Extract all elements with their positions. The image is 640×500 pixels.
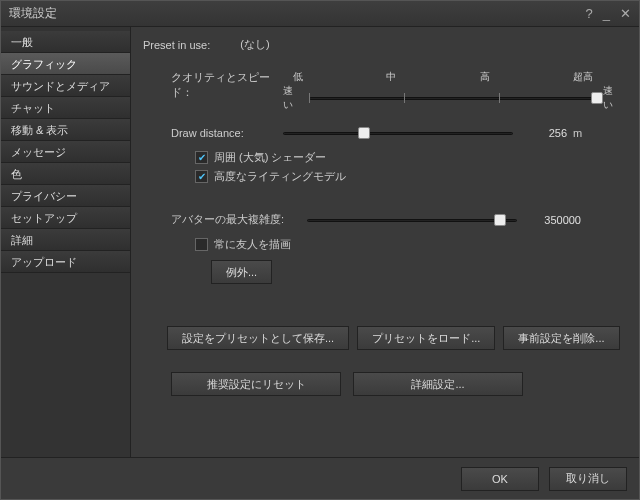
avatar-complexity-thumb[interactable]	[494, 214, 506, 226]
sidebar-item-privacy[interactable]: プライバシー	[1, 185, 130, 207]
help-icon[interactable]: ?	[586, 6, 593, 21]
sidebar-item-sound[interactable]: サウンドとメディア	[1, 75, 130, 97]
draw-distance-label: Draw distance:	[171, 127, 283, 139]
quality-slider-thumb[interactable]	[591, 92, 603, 104]
sidebar-item-upload[interactable]: アップロード	[1, 251, 130, 273]
reset-recommended-button[interactable]: 推奨設定にリセット	[171, 372, 341, 396]
quality-label: クオリティとスピード：	[171, 70, 283, 100]
preset-value: (なし)	[240, 37, 269, 52]
ok-button[interactable]: OK	[461, 467, 539, 491]
sidebar-item-move-view[interactable]: 移動 & 表示	[1, 119, 130, 141]
preset-label: Preset in use:	[143, 39, 210, 51]
advanced-settings-button[interactable]: 詳細設定...	[353, 372, 523, 396]
preferences-window: 環境設定 ? _ ✕ 一般 グラフィック サウンドとメディア チャット 移動 &…	[0, 0, 640, 500]
window-title: 環境設定	[9, 5, 57, 22]
avatar-complexity-value: 350000	[517, 214, 581, 226]
draw-distance-slider[interactable]	[283, 126, 513, 140]
atmospheric-shaders-checkbox[interactable]: ✔ 周囲 (大気) シェーダー	[195, 150, 623, 165]
sidebar-item-advanced[interactable]: 詳細	[1, 229, 130, 251]
minimize-icon[interactable]: _	[603, 6, 610, 21]
close-icon[interactable]: ✕	[620, 6, 631, 21]
titlebar: 環境設定 ? _ ✕	[1, 1, 639, 27]
load-preset-button[interactable]: プリセットをロード...	[357, 326, 495, 350]
draw-distance-thumb[interactable]	[358, 127, 370, 139]
draw-distance-unit: m	[573, 127, 582, 139]
sidebar-item-general[interactable]: 一般	[1, 31, 130, 53]
avatar-complexity-slider[interactable]	[307, 213, 517, 227]
sidebar: 一般 グラフィック サウンドとメディア チャット 移動 & 表示 メッセージ 色…	[1, 27, 131, 457]
dialog-footer: OK 取り消し	[1, 457, 639, 499]
delete-preset-button[interactable]: 事前設定を削除...	[503, 326, 619, 350]
quality-tick-labels: 低 中 高 超高	[293, 70, 593, 84]
quality-slider[interactable]	[309, 91, 597, 105]
cancel-button[interactable]: 取り消し	[549, 467, 627, 491]
save-preset-button[interactable]: 設定をプリセットとして保存...	[167, 326, 349, 350]
quality-right-label: 速い	[603, 84, 623, 112]
sidebar-item-chat[interactable]: チャット	[1, 97, 130, 119]
always-render-friends-checkbox[interactable]: 常に友人を描画	[195, 237, 623, 252]
checkbox-icon: ✔	[195, 151, 208, 164]
checkbox-icon	[195, 238, 208, 251]
sidebar-item-colors[interactable]: 色	[1, 163, 130, 185]
content-panel: Preset in use: (なし) クオリティとスピード： 低 中 高 超高	[131, 27, 639, 457]
advanced-lighting-checkbox[interactable]: ✔ 高度なライティングモデル	[195, 169, 623, 184]
sidebar-item-messages[interactable]: メッセージ	[1, 141, 130, 163]
quality-left-label: 速い	[283, 84, 303, 112]
checkbox-icon: ✔	[195, 170, 208, 183]
sidebar-item-graphics[interactable]: グラフィック	[1, 53, 130, 75]
draw-distance-value: 256	[513, 127, 567, 139]
avatar-complexity-label: アバターの最大複雑度:	[171, 212, 307, 227]
sidebar-item-setup[interactable]: セットアップ	[1, 207, 130, 229]
exceptions-button[interactable]: 例外...	[211, 260, 272, 284]
